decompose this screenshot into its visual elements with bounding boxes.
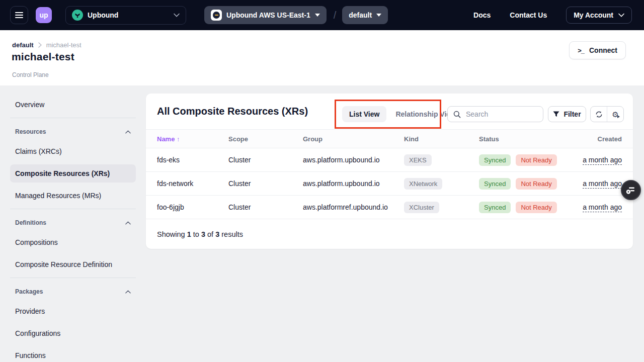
terminal-icon: >_ (578, 47, 584, 54)
connect-button[interactable]: >_ Connect (569, 41, 626, 59)
top-nav: up Upbound Upbound AWS US-East-1 / defau… (0, 0, 644, 30)
chevron-up-icon (125, 129, 131, 135)
card-header: All Composite Resources (XRs) List View … (146, 94, 633, 129)
contact-us-link[interactable]: Contact Us (510, 11, 547, 19)
kind-badge: XNetwork (404, 178, 442, 190)
group-selector[interactable]: default (342, 6, 388, 24)
sidebar-item-overview[interactable]: Overview (10, 96, 136, 114)
view-tabs: List View Relationship View (342, 106, 465, 122)
cell-status: Synced Not Ready (479, 154, 559, 166)
relative-time[interactable]: a month ago (583, 156, 622, 165)
filter-funnel-icon (553, 111, 559, 117)
sidebar-section-resources[interactable]: Resources (10, 123, 136, 140)
cell-name: fds-network (157, 179, 228, 188)
tab-list-view[interactable]: List View (342, 106, 386, 122)
control-plane-icon (211, 10, 222, 21)
organization-name: Upbound (88, 11, 118, 19)
control-plane-selector[interactable]: Upbound AWS US-East-1 (204, 6, 327, 24)
relative-time[interactable]: a month ago (583, 203, 622, 212)
column-header-created[interactable]: Created (559, 135, 622, 143)
cell-name: foo-6jgjb (157, 203, 228, 211)
sidebar-item-compositions[interactable]: Compositions (10, 233, 136, 251)
organization-selector[interactable]: Upbound (65, 6, 186, 25)
chevron-down-icon (618, 13, 624, 17)
relative-time[interactable]: a month ago (583, 179, 622, 189)
status-badge-synced: Synced (479, 178, 511, 190)
sidebar: Overview Resources Claims (XRCs) Composi… (10, 96, 136, 362)
cell-group: aws.platformref.upbound.io (303, 203, 404, 211)
caret-down-icon (315, 14, 320, 17)
cell-scope: Cluster (228, 156, 303, 164)
kind-badge: XCluster (404, 202, 439, 213)
sort-ascending-icon: ↑ (177, 135, 180, 143)
table-row[interactable]: fds-eks Cluster aws.platform.upbound.io … (146, 148, 633, 172)
table-row[interactable]: foo-6jgjb Cluster aws.platformref.upboun… (146, 196, 633, 219)
sidebar-item-claims[interactable]: Claims (XRCs) (10, 142, 136, 160)
refresh-button[interactable] (591, 107, 607, 122)
column-header-name[interactable]: Name ↑ (157, 135, 228, 143)
status-badge-not-ready: Not Ready (516, 154, 556, 166)
play-icon (617, 115, 620, 118)
sidebar-item-functions[interactable]: Functions (10, 346, 136, 362)
column-header-status[interactable]: Status (479, 135, 559, 143)
chevron-up-icon (125, 220, 131, 226)
section-title: All Composite Resources (XRs) (157, 106, 308, 117)
table-header-row: Name ↑ Scope Group Kind Status Created (146, 129, 633, 148)
path-separator: / (334, 10, 337, 21)
cell-scope: Cluster (228, 179, 303, 188)
organization-avatar-icon (72, 10, 83, 21)
sidebar-divider (10, 209, 136, 209)
sidebar-item-configurations[interactable]: Configurations (10, 324, 136, 342)
sidebar-section-packages[interactable]: Packages (10, 283, 136, 300)
upbound-logo[interactable]: up (36, 7, 52, 23)
table-row[interactable]: fds-network Cluster aws.platform.upbound… (146, 172, 633, 196)
cell-status: Synced Not Ready (479, 178, 559, 190)
main-content-card: All Composite Resources (XRs) List View … (146, 94, 633, 249)
status-badge-not-ready: Not Ready (516, 178, 556, 190)
refresh-icon (595, 111, 603, 118)
breadcrumb-chevron-icon (38, 42, 42, 48)
caret-down-icon (376, 14, 381, 17)
breadcrumb: default michael-test (12, 41, 82, 49)
table-actions: ⚙ (590, 106, 624, 122)
my-account-menu[interactable]: My Account (566, 7, 632, 24)
column-header-group[interactable]: Group (303, 135, 404, 143)
breadcrumb-root[interactable]: default (12, 41, 34, 49)
page-header: default michael-test michael-test Contro… (0, 30, 644, 85)
chevron-up-icon (125, 289, 131, 295)
cell-kind: XNetwork (404, 178, 479, 190)
cell-kind: XEKS (404, 154, 479, 166)
list-widget-icon (625, 184, 637, 196)
sidebar-item-managed-resources[interactable]: Managed Resources (MRs) (10, 187, 136, 205)
hamburger-menu-button[interactable] (10, 6, 28, 24)
floating-widget-button[interactable] (621, 180, 641, 200)
sidebar-section-definitions[interactable]: Definitions (10, 214, 136, 231)
cell-created: a month ago (559, 179, 622, 188)
column-header-kind[interactable]: Kind (404, 135, 479, 143)
search-icon (453, 111, 461, 118)
page-subtitle: Control Plane (12, 71, 49, 78)
cell-scope: Cluster (228, 203, 303, 211)
breadcrumb-current: michael-test (46, 41, 82, 49)
docs-link[interactable]: Docs (473, 11, 491, 19)
nav-right-links: Docs Contact Us My Account (473, 7, 632, 24)
kind-badge: XEKS (404, 154, 432, 166)
results-summary: Showing 1 to 3 of 3 results (146, 219, 633, 249)
auto-refresh-settings-button[interactable]: ⚙ (607, 107, 623, 122)
cell-created: a month ago (559, 156, 622, 164)
search-input[interactable] (465, 110, 532, 119)
column-header-scope[interactable]: Scope (228, 135, 303, 143)
status-badge-not-ready: Not Ready (516, 202, 556, 213)
sidebar-divider (10, 118, 136, 118)
sidebar-item-composite-resources[interactable]: Composite Resources (XRs) (10, 164, 136, 183)
cell-group: aws.platform.upbound.io (303, 156, 404, 164)
filter-button[interactable]: Filter (548, 106, 586, 122)
sidebar-item-xrd[interactable]: Composite Resource Definition (10, 255, 136, 274)
hamburger-icon (15, 12, 23, 13)
sidebar-item-providers[interactable]: Providers (10, 302, 136, 320)
status-badge-synced: Synced (479, 154, 511, 166)
search-box[interactable] (447, 106, 543, 122)
cell-created: a month ago (559, 203, 622, 211)
cell-kind: XCluster (404, 202, 479, 213)
chevron-down-icon (174, 13, 180, 17)
